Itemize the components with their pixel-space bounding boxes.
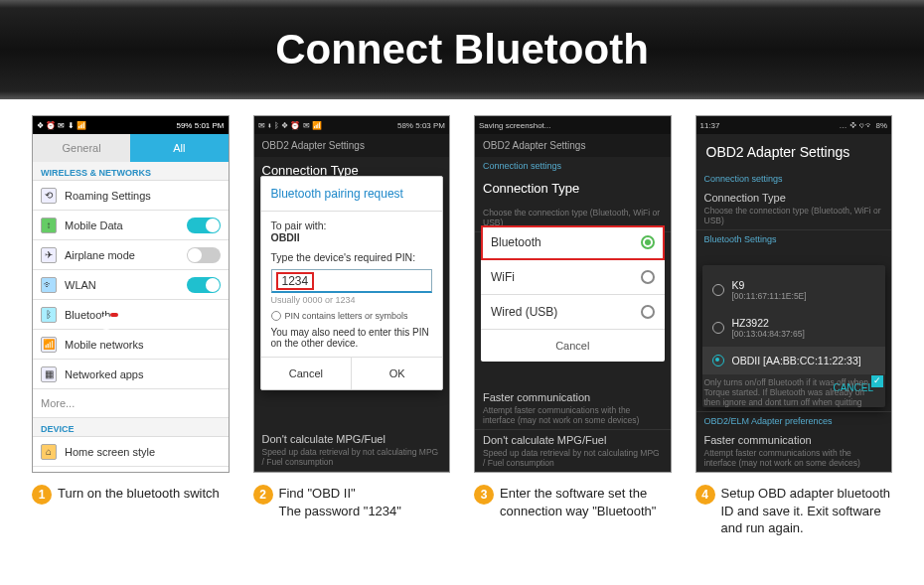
option-wifi[interactable]: WiFi <box>481 260 665 295</box>
row-mobile-networks[interactable]: 📶Mobile networks <box>33 330 229 360</box>
pin-input[interactable]: 1234 <box>271 269 433 293</box>
dialog-buttons: Cancel OK <box>261 357 443 389</box>
phone-2: ✉ ⬇ ᛒ ❖ ⏰ ✉ 📶 58% 5:03 PM OBD2 Adapter S… <box>253 115 451 473</box>
status-left: Saving screenshot... <box>479 121 550 130</box>
pair-with-label: To pair with: <box>271 219 433 231</box>
networks-icon: 📶 <box>41 337 57 353</box>
phone-4: 11:37 … ❖ ♡ ᯤ 8% OBD2 Adapter Settings C… <box>695 115 893 473</box>
data-icon: ↕ <box>41 218 57 233</box>
conn-type-title: Connection Type <box>704 192 786 204</box>
row-sound[interactable]: 🔊Sound <box>33 467 229 473</box>
radio-selected-icon <box>641 235 655 249</box>
faster-label: Faster communication <box>704 434 812 446</box>
step-text: Turn on the bluetooth switch <box>58 485 230 537</box>
roaming-label: Roaming Settings <box>65 190 151 202</box>
pin-value: 1234 <box>276 272 315 290</box>
device-option-selected[interactable]: OBDII [AA:BB:CC:11:22:33] <box>702 347 886 374</box>
row-bluetooth[interactable]: ᛒBluetooth <box>33 300 229 330</box>
row-no-mpg[interactable]: Don't calculate MPG/Fuel Speed up data r… <box>475 430 671 472</box>
screen-title: OBD2 Adapter Settings <box>475 134 671 157</box>
radio-icon <box>641 270 655 284</box>
step-number: 1 <box>32 485 52 505</box>
device-label: K9[00:11:67:11:1E:5E] <box>732 279 807 301</box>
phone-1: ❖ ⏰ ✉ ⬇ 📶 59% 5:01 PM General All WIRELE… <box>32 115 230 473</box>
row-faster[interactable]: Faster communication Attempt faster comm… <box>696 430 892 472</box>
section-device: DEVICE <box>33 418 229 437</box>
row-more[interactable]: More... <box>33 389 229 418</box>
row-roaming[interactable]: ⟲Roaming Settings <box>33 181 229 211</box>
screen-title: OBD2 Adapter Settings <box>254 134 450 157</box>
faster-label: Faster communication <box>483 391 590 403</box>
mobile-data-toggle[interactable] <box>187 218 221 233</box>
wlan-toggle[interactable] <box>187 277 221 293</box>
row-bt-off[interactable]: Only turns on/off Bluetooth if it was of… <box>696 371 892 412</box>
row-airplane[interactable]: ✈Airplane mode <box>33 240 229 270</box>
row-no-mpg[interactable]: Don't calculate MPG/Fuel Speed up data r… <box>254 429 450 472</box>
cancel-button[interactable]: Cancel <box>481 330 665 362</box>
device-option[interactable]: HZ3922[00:13:04:84:37:65] <box>702 309 886 347</box>
section-elm: OBD2/ELM Adapter preferences <box>696 412 892 430</box>
cancel-button[interactable]: Cancel <box>261 358 353 389</box>
radio-icon <box>712 284 724 296</box>
banner-title: Connect Bluetooth <box>275 26 649 73</box>
row-home-style[interactable]: ⌂Home screen style <box>33 437 229 467</box>
option-bluetooth[interactable]: Bluetooth <box>481 225 665 260</box>
connection-chooser: Bluetooth WiFi Wired (USB) Cancel <box>481 225 665 362</box>
step-text: Find "OBD II" The password "1234" <box>279 485 451 537</box>
row-faster[interactable]: Faster communication Attempt faster comm… <box>475 387 671 430</box>
roaming-icon: ⟲ <box>41 188 57 204</box>
pin-note: You may also need to enter this PIN on t… <box>271 327 433 349</box>
step-number: 4 <box>695 485 715 505</box>
row-conn-type[interactable]: Connection Type Choose the connection ty… <box>696 188 892 230</box>
mobile-networks-label: Mobile networks <box>65 339 143 351</box>
mobile-data-label: Mobile Data <box>65 219 123 231</box>
section-connection: Connection settings <box>696 170 892 188</box>
device-option[interactable]: K9[00:11:67:11:1E:5E] <box>702 271 886 309</box>
status-left: 11:37 <box>700 121 720 130</box>
row-networked-apps[interactable]: ▦Networked apps <box>33 360 229 389</box>
no-mpg-label: Don't calculate MPG/Fuel <box>483 434 606 446</box>
pin-letters-row[interactable]: PIN contains letters or symbols <box>271 311 433 321</box>
bluetooth-toggle-highlight <box>110 313 118 317</box>
conn-type-hint: Choose the connection type (Bluetooth, W… <box>704 206 884 225</box>
section-bt: Bluetooth Settings <box>696 230 892 248</box>
faster-hint: Attempt faster communications with the i… <box>483 405 663 425</box>
screen-title: OBD2 Adapter Settings <box>696 134 892 170</box>
status-bar: ✉ ⬇ ᛒ ❖ ⏰ ✉ 📶 58% 5:03 PM <box>254 116 450 134</box>
option-wired-label: Wired (USB) <box>491 305 557 319</box>
row-wlan[interactable]: ᯤWLAN <box>33 270 229 300</box>
checkbox-checked-icon[interactable] <box>871 375 883 387</box>
pair-device: OBDII <box>271 231 433 243</box>
step-text: Enter the software set the connection wa… <box>500 485 672 537</box>
dialog-body: To pair with: OBDII Type the device's re… <box>261 212 443 357</box>
radio-icon <box>712 322 724 334</box>
tab-all[interactable]: All <box>130 134 228 162</box>
wlan-label: WLAN <box>65 279 96 291</box>
radio-icon <box>641 305 655 319</box>
airplane-icon: ✈ <box>41 247 57 263</box>
step-captions: 1Turn on the bluetooth switch 2Find "OBD… <box>0 481 924 537</box>
title-banner: Connect Bluetooth <box>0 0 924 99</box>
step-number: 2 <box>253 485 273 505</box>
no-mpg-hint: Speed up data retrieval by not calculati… <box>262 447 442 467</box>
pin-label: Type the device's required PIN: <box>271 251 433 263</box>
option-wired[interactable]: Wired (USB) <box>481 295 665 330</box>
bluetooth-icon: ᛒ <box>41 307 57 323</box>
status-right: … ❖ ♡ ᯤ 8% <box>840 121 887 130</box>
status-bar: 11:37 … ❖ ♡ ᯤ 8% <box>696 116 892 134</box>
no-mpg-label: Don't calculate MPG/Fuel <box>262 433 385 445</box>
faster-hint: Attempt faster communications with the i… <box>704 448 884 468</box>
tabs: General All <box>33 134 229 162</box>
phone-3: Saving screenshot... OBD2 Adapter Settin… <box>474 115 672 473</box>
status-icons-left: ❖ ⏰ ✉ ⬇ 📶 <box>37 121 86 130</box>
tab-general[interactable]: General <box>33 134 130 162</box>
option-bluetooth-label: Bluetooth <box>491 235 541 249</box>
status-bar: Saving screenshot... <box>475 116 671 134</box>
status-right: 59% 5:01 PM <box>176 121 224 130</box>
airplane-label: Airplane mode <box>65 249 135 261</box>
row-mobile-data[interactable]: ↕Mobile Data <box>33 211 229 240</box>
ok-button[interactable]: OK <box>352 358 442 389</box>
airplane-toggle[interactable] <box>187 247 221 263</box>
pin-hint: Usually 0000 or 1234 <box>271 295 433 305</box>
device-label: HZ3922[00:13:04:84:37:65] <box>732 317 805 339</box>
